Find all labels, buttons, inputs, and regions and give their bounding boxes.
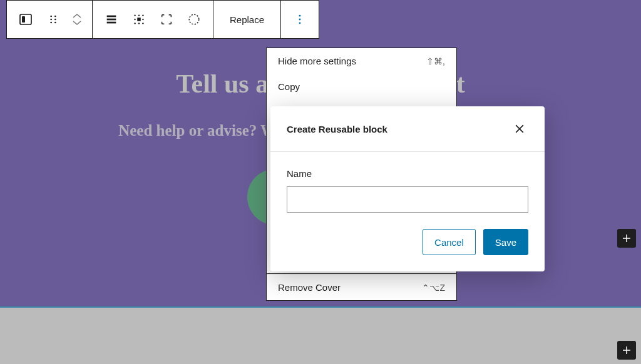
close-button[interactable] bbox=[511, 120, 528, 138]
content-position-icon[interactable] bbox=[125, 6, 153, 33]
svg-point-21 bbox=[299, 15, 301, 17]
svg-point-3 bbox=[50, 19, 52, 21]
drag-handle-icon[interactable] bbox=[39, 6, 67, 33]
dropdown-shortcut: ⇧⌘, bbox=[426, 56, 445, 66]
move-up-icon[interactable] bbox=[72, 13, 82, 19]
more-options-icon[interactable] bbox=[286, 6, 314, 33]
name-input[interactable] bbox=[287, 186, 528, 213]
svg-point-7 bbox=[54, 22, 56, 24]
svg-point-22 bbox=[299, 19, 301, 21]
cover-block-icon[interactable] bbox=[12, 6, 39, 33]
dropdown-item-label: Remove Cover bbox=[278, 282, 341, 293]
cancel-button[interactable]: Cancel bbox=[423, 229, 476, 255]
block-toolbar: Replace bbox=[6, 0, 319, 39]
svg-point-12 bbox=[138, 14, 140, 16]
svg-rect-9 bbox=[107, 19, 116, 21]
plus-icon bbox=[621, 233, 632, 244]
empty-block-area bbox=[0, 306, 641, 364]
svg-point-23 bbox=[299, 22, 301, 24]
svg-point-18 bbox=[138, 23, 140, 24]
svg-point-20 bbox=[189, 14, 199, 24]
plus-icon bbox=[621, 345, 632, 356]
svg-rect-1 bbox=[22, 16, 25, 23]
svg-point-2 bbox=[50, 16, 52, 18]
add-block-button[interactable] bbox=[617, 341, 636, 360]
align-full-icon[interactable] bbox=[98, 6, 125, 33]
name-label: Name bbox=[287, 168, 528, 179]
svg-point-19 bbox=[142, 23, 143, 24]
svg-rect-10 bbox=[107, 22, 116, 24]
fullheight-icon[interactable] bbox=[153, 6, 180, 33]
add-block-button[interactable] bbox=[617, 229, 636, 248]
dropdown-hide-settings[interactable]: Hide more settings ⇧⌘, bbox=[267, 48, 456, 74]
svg-point-11 bbox=[134, 14, 135, 16]
dropdown-shortcut: ⌃⌥Z bbox=[422, 283, 445, 293]
close-icon bbox=[513, 123, 526, 135]
dropdown-item-label: Copy bbox=[278, 81, 300, 92]
svg-point-14 bbox=[134, 19, 135, 20]
move-down-icon[interactable] bbox=[72, 19, 82, 26]
modal-title: Create Reusable block bbox=[287, 124, 387, 134]
dropdown-remove-cover[interactable]: Remove Cover ⌃⌥Z bbox=[267, 275, 456, 300]
dropdown-item-label: Hide more settings bbox=[278, 56, 356, 66]
replace-button[interactable]: Replace bbox=[218, 14, 275, 25]
svg-point-13 bbox=[142, 14, 143, 16]
svg-rect-15 bbox=[137, 18, 141, 21]
create-reusable-block-modal: Create Reusable block Name Cancel Save bbox=[270, 106, 545, 271]
svg-point-5 bbox=[54, 16, 56, 18]
svg-point-6 bbox=[54, 19, 56, 21]
svg-point-17 bbox=[134, 23, 135, 24]
svg-point-4 bbox=[50, 22, 52, 24]
svg-point-16 bbox=[142, 19, 143, 20]
save-button[interactable]: Save bbox=[483, 229, 528, 255]
duotone-icon[interactable] bbox=[180, 6, 208, 33]
svg-rect-8 bbox=[107, 16, 116, 18]
svg-rect-0 bbox=[20, 14, 31, 24]
dropdown-copy[interactable]: Copy bbox=[267, 74, 456, 99]
